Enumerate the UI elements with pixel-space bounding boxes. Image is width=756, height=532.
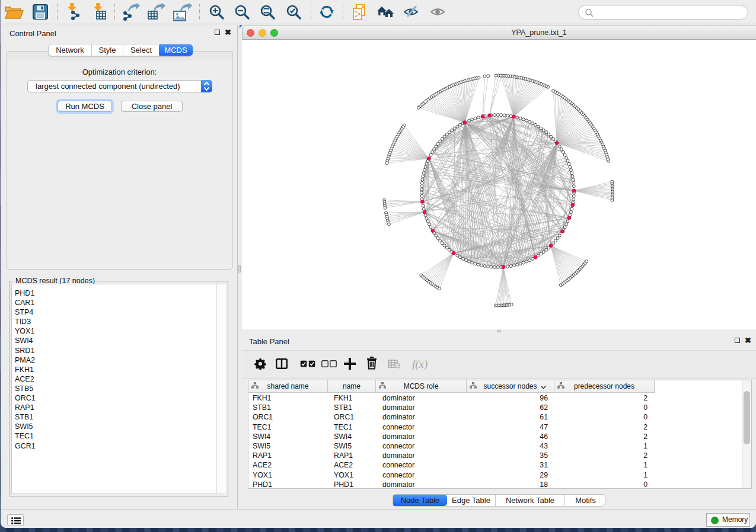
svg-text:f(x): f(x) <box>412 358 428 371</box>
